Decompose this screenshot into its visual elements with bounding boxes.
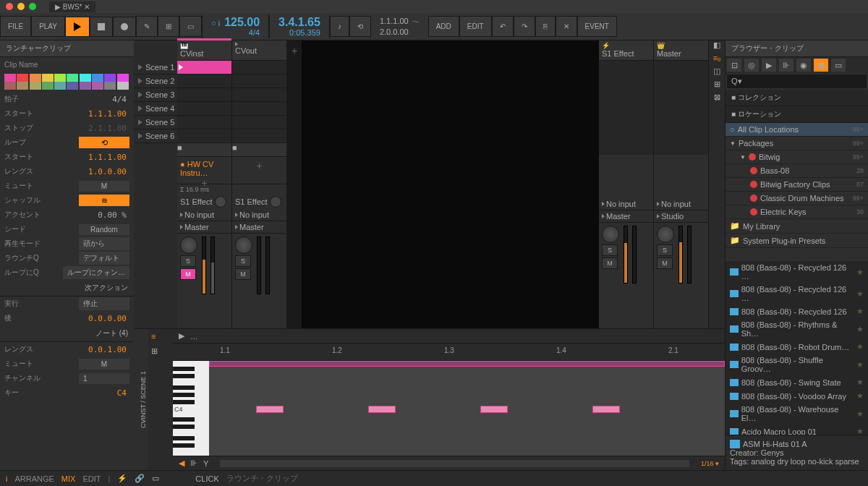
pointer-tool-icon[interactable]: ▶ (179, 331, 184, 341)
accent-value[interactable]: 0.00 % (86, 210, 129, 221)
star-icon[interactable]: ★ (856, 378, 864, 387)
color-swatch[interactable] (92, 74, 103, 82)
track-input[interactable]: No input (177, 209, 231, 221)
midi-note[interactable] (256, 406, 284, 413)
fx-input[interactable]: No input (599, 198, 653, 210)
solo-button[interactable]: S (602, 244, 618, 256)
star-icon[interactable]: ★ (856, 360, 864, 370)
timeline-ruler[interactable]: 1.1 1.2 1.3 1.4 2.1 (173, 344, 725, 361)
browser-tab-icon[interactable]: ▭ (831, 59, 846, 72)
expression-icon[interactable]: Y (203, 459, 208, 468)
mix-view-button[interactable]: MIX (61, 474, 76, 483)
color-swatch[interactable] (67, 74, 78, 82)
midi-note[interactable] (368, 406, 396, 413)
clip-slot[interactable] (232, 74, 286, 88)
clip-slot[interactable] (232, 61, 286, 74)
toggle-icon[interactable]: ◧ (709, 40, 725, 54)
overdub-button[interactable]: ⊞ (158, 16, 179, 37)
pan-knob[interactable] (235, 236, 252, 254)
fold-icon[interactable]: ◀ (179, 459, 184, 468)
clip-result-item[interactable]: 808 (Bass-08) - Shuffle Groov…★ (726, 354, 868, 375)
key-value[interactable]: C4 (86, 388, 129, 398)
info-icon[interactable]: i (6, 474, 7, 483)
clip-slot-active[interactable] (177, 61, 231, 74)
llen-value[interactable]: 1.0.0.00 (85, 166, 129, 177)
metronome-button[interactable]: ♪ (330, 16, 349, 37)
color-swatch[interactable] (4, 82, 16, 90)
tree-item[interactable]: 📁System Plug-in Presets (726, 234, 868, 248)
clip-slot[interactable] (177, 74, 231, 88)
record-button[interactable] (113, 17, 136, 37)
tree-item[interactable]: ▼Packages99+ (726, 137, 868, 150)
color-swatch[interactable] (67, 82, 78, 90)
clip-slot[interactable] (177, 129, 231, 143)
clip-result-item[interactable]: 808 (Bass-08) - Recycled 126 …★ (726, 261, 868, 283)
after-value[interactable]: 0.0.0.00 (85, 313, 129, 324)
h-scrollbar[interactable] (220, 460, 689, 467)
min-dot[interactable] (17, 3, 25, 10)
clip-result-item[interactable]: Acido Macro Loop 01★ (726, 425, 868, 435)
tree-item[interactable]: Bitwig Factory Clips87 (726, 178, 868, 192)
start-value[interactable]: 1.1.1.00 (85, 108, 129, 119)
pan-knob[interactable] (657, 226, 674, 243)
midi-note[interactable] (480, 406, 508, 413)
tree-item[interactable]: ▼Bitwig99+ (726, 150, 868, 164)
max-dot[interactable] (29, 3, 36, 10)
clip-result-item[interactable]: 808 (Bass-08) - Recycled 126 …★ (726, 283, 868, 304)
copy-button[interactable]: ⎘ (535, 16, 556, 37)
song-position[interactable]: 3.4.1.65 (278, 17, 320, 28)
level-fader[interactable] (210, 236, 215, 294)
mute-button[interactable]: M (657, 257, 673, 269)
color-swatch[interactable] (30, 82, 41, 90)
track-header-fx[interactable]: ⚡S1 Effect (599, 40, 653, 61)
close-dot[interactable] (6, 3, 13, 10)
loop-start[interactable]: 1.1.1.00 (380, 17, 409, 27)
play-button[interactable] (65, 17, 90, 37)
shuffle-toggle[interactable]: ≋ (79, 195, 129, 206)
clip-launcher-button[interactable]: ▭ (179, 16, 202, 37)
note-grid[interactable] (209, 361, 725, 456)
color-swatch[interactable] (54, 74, 66, 82)
fx-send[interactable]: S1 Effect (177, 195, 231, 209)
device-chain[interactable]: + (232, 157, 286, 184)
mute-button[interactable]: M (602, 257, 618, 269)
color-swatch[interactable] (42, 74, 54, 82)
velocity-icon[interactable]: ⊪ (190, 459, 197, 468)
stop-clip-slot[interactable]: ■ (232, 143, 286, 157)
clip-slot[interactable] (232, 88, 286, 102)
toggle-icon[interactable]: ≡₀ (709, 54, 725, 67)
channel-select[interactable]: 1 (79, 373, 129, 384)
window-tab[interactable]: ▶ BWS* ✕ (49, 1, 95, 12)
delete-button[interactable]: ✕ (556, 16, 577, 37)
color-swatch[interactable] (17, 74, 28, 82)
edit-button[interactable]: EDIT (459, 16, 492, 37)
track-header-cvout[interactable]: CVout (232, 40, 286, 61)
device-chain[interactable]: ● HW CV Instru…+ (177, 157, 231, 184)
location-header[interactable]: ■ ロケーション (726, 106, 868, 123)
track-input[interactable]: No input (232, 209, 286, 221)
scene-row[interactable]: Scene 3 (134, 88, 177, 102)
view-tool-icon[interactable]: ⊞ (151, 346, 170, 361)
send-knob[interactable] (215, 196, 226, 208)
tree-item[interactable]: Bass-0828 (726, 164, 868, 178)
play-menu-button[interactable]: PLAY (31, 16, 65, 37)
clip-result-item[interactable]: 808 (Bass-08) - Warehouse El…★ (726, 403, 868, 425)
star-icon[interactable]: ★ (856, 307, 864, 316)
scene-row[interactable]: Scene 4 (134, 102, 177, 116)
status-icon[interactable]: ▭ (152, 474, 159, 483)
playmode-select[interactable]: 頭から (79, 237, 129, 250)
stop-button[interactable] (90, 17, 113, 37)
clip-slot[interactable] (232, 129, 286, 143)
color-swatch[interactable] (104, 74, 116, 82)
clip-result-item[interactable]: 808 (Bass-08) - Recycled 126★ (726, 304, 868, 318)
automation-button[interactable]: ✎ (136, 16, 158, 37)
clip-result-item[interactable]: 808 (Bass-08) - Robot Drum…★ (726, 340, 868, 354)
midi-note[interactable] (592, 406, 620, 413)
tempo-value[interactable]: 125.00 (224, 17, 260, 28)
clip-result-item[interactable]: 808 (Bass-08) - Voodoo Array★ (726, 389, 868, 403)
color-swatch[interactable] (17, 82, 28, 90)
browser-tab-icon[interactable]: ◉ (796, 59, 811, 72)
scene-row[interactable]: Scene 6 (134, 129, 177, 143)
color-swatch[interactable] (30, 74, 41, 82)
color-swatch[interactable] (117, 82, 129, 90)
